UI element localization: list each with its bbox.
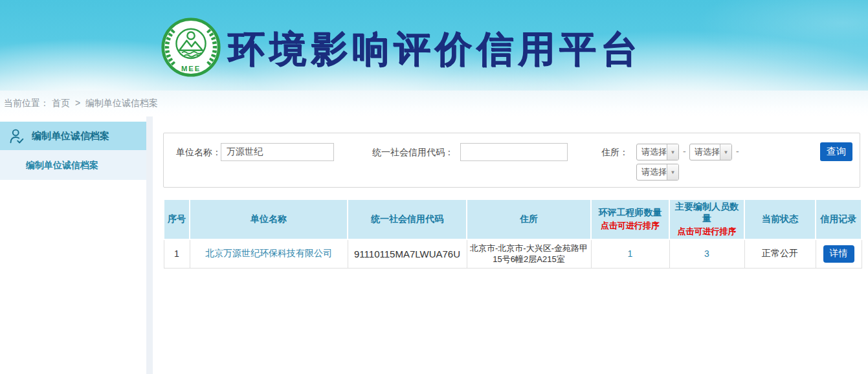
cell-credit-code: 91110115MA7LWUA76U xyxy=(348,239,467,268)
cell-status: 正常公开 xyxy=(744,239,816,268)
result-table: 序号 单位名称 统一社会信用代码 住所 环评工程师数量 点击可进行排序 主要编制… xyxy=(163,199,862,269)
address-province-select[interactable]: 请选择 ▼ xyxy=(636,144,679,160)
province-select-value: 请选择 xyxy=(637,144,667,160)
credit-code-label: 统一社会信用代码： xyxy=(372,143,454,161)
logo-text: MEE xyxy=(181,65,201,72)
engineer-count-link[interactable]: 1 xyxy=(628,248,633,259)
city-select-value: 请选择 xyxy=(690,144,720,160)
col-header-address: 住所 xyxy=(467,199,591,239)
col-header-credit-record: 信用记录 xyxy=(816,199,862,239)
col-header-serial: 序号 xyxy=(164,199,190,239)
col-header-status: 当前状态 xyxy=(744,199,816,239)
chevron-down-icon[interactable]: ▼ xyxy=(720,144,731,160)
page-title: 环境影响评价信用平台 xyxy=(228,25,642,74)
cell-address: 北京市-北京市-大兴区-金苑路甲15号6幢2层A215室 xyxy=(467,239,591,268)
cell-engineer-count: 1 xyxy=(591,239,669,268)
cell-credit-record: 详情 xyxy=(816,239,862,268)
detail-button[interactable]: 详情 xyxy=(823,245,854,263)
sidebar-item-label: 编制单位诚信档案 xyxy=(32,130,109,142)
sidebar-subitem-credit-archive[interactable]: 编制单位诚信档案 xyxy=(0,150,146,180)
sidebar: 编制单位诚信档案 编制单位诚信档案 xyxy=(0,116,146,374)
query-button[interactable]: 查询 xyxy=(820,142,852,161)
unit-name-label: 单位名称： xyxy=(176,143,221,161)
person-check-icon xyxy=(9,128,25,144)
cell-staff-count: 3 xyxy=(669,239,744,268)
sidebar-item-credit-archive[interactable]: 编制单位诚信档案 xyxy=(0,122,146,150)
table-header-row: 序号 单位名称 统一社会信用代码 住所 环评工程师数量 点击可进行排序 主要编制… xyxy=(164,199,862,239)
address-district-select[interactable]: 请选择 ▼ xyxy=(636,164,679,181)
sort-hint: 点击可进行排序 xyxy=(593,220,667,232)
search-form: 单位名称： 统一社会信用代码： 住所： 请选择 ▼ - 请选择 ▼ - 请选择 … xyxy=(163,133,860,188)
mee-logo-icon: MEE xyxy=(161,17,221,78)
address-city-select[interactable]: 请选择 ▼ xyxy=(689,144,732,160)
breadcrumb-separator: > xyxy=(75,98,80,108)
chevron-down-icon[interactable]: ▼ xyxy=(667,144,678,160)
cell-unit-name: 北京万源世纪环保科技有限公司 xyxy=(190,239,348,268)
site-header: MEE 环境影响评价信用平台 xyxy=(0,0,868,91)
sidebar-content-divider xyxy=(146,116,153,374)
breadcrumb-prefix: 当前位置： xyxy=(4,98,49,108)
unit-name-input[interactable] xyxy=(221,143,334,161)
chevron-down-icon[interactable]: ▼ xyxy=(667,164,678,180)
breadcrumb: 当前位置：首页 > 编制单位诚信档案 xyxy=(0,91,868,116)
cell-serial: 1 xyxy=(164,239,190,268)
breadcrumb-current: 编制单位诚信档案 xyxy=(85,98,158,108)
col-header-staff-count-sort[interactable]: 主要编制人员数量 点击可进行排序 xyxy=(669,199,744,239)
address-dash-2: - xyxy=(736,142,739,160)
staff-count-link[interactable]: 3 xyxy=(704,248,709,259)
address-label: 住所： xyxy=(601,143,629,161)
breadcrumb-home-link[interactable]: 首页 xyxy=(52,98,70,108)
sidebar-subitem-label: 编制单位诚信档案 xyxy=(26,160,98,170)
col-header-unit-name: 单位名称 xyxy=(190,199,348,239)
address-dash-1: - xyxy=(683,142,686,160)
table-row: 1 北京万源世纪环保科技有限公司 91110115MA7LWUA76U 北京市-… xyxy=(164,239,862,268)
sort-hint: 点击可进行排序 xyxy=(671,226,742,237)
district-select-value: 请选择 xyxy=(637,164,667,180)
col-header-engineer-count-sort[interactable]: 环评工程师数量 点击可进行排序 xyxy=(591,199,669,239)
credit-code-input[interactable] xyxy=(460,143,568,161)
unit-name-link[interactable]: 北京万源世纪环保科技有限公司 xyxy=(205,248,332,258)
col-header-credit-code: 统一社会信用代码 xyxy=(348,199,467,239)
